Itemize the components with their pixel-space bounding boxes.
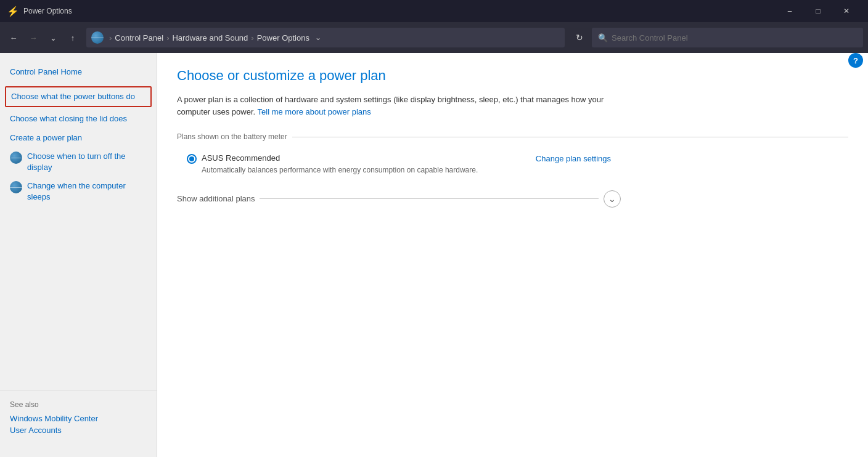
see-also-windows-mobility[interactable]: Windows Mobility Center: [10, 414, 147, 423]
sidebar: Control Panel Home Choose what the power…: [0, 53, 157, 457]
show-additional-row: Show additional plans ⌄: [177, 190, 621, 208]
sidebar-nav: Control Panel Home Choose what the power…: [0, 63, 157, 380]
window-title: Power Options: [23, 7, 776, 15]
show-additional-label: Show additional plans: [177, 194, 255, 203]
plan-name: ASUS Recommended: [202, 153, 536, 163]
breadcrumb-bar: › Control Panel › Hardware and Sound › P…: [86, 28, 565, 47]
close-button[interactable]: ✕: [832, 0, 861, 22]
minimize-button[interactable]: –: [776, 0, 804, 22]
forward-button[interactable]: →: [25, 29, 42, 46]
sidebar-item-create-plan[interactable]: Create a power plan: [0, 129, 157, 147]
search-bar[interactable]: 🔍: [592, 28, 863, 47]
cp-icon: [91, 31, 104, 44]
title-bar: ⚡ Power Options – □ ✕: [0, 0, 868, 22]
plan-radio[interactable]: [187, 154, 197, 164]
sidebar-item-display[interactable]: Choose when to turn off the display: [0, 147, 157, 177]
search-icon: 🔍: [598, 33, 608, 42]
breadcrumb-power-options[interactable]: Power Options: [257, 33, 309, 42]
display-icon: [10, 152, 22, 164]
breadcrumb-dropdown-button[interactable]: ⌄: [309, 28, 327, 47]
help-button[interactable]: ?: [848, 53, 863, 68]
radio-inner: [189, 156, 194, 161]
expand-button[interactable]: ⌄: [604, 190, 621, 208]
window-controls: – □ ✕: [776, 0, 861, 22]
section-header: Plans shown on the battery meter: [177, 132, 848, 141]
content-area: Choose or customize a power plan A power…: [157, 53, 868, 457]
see-also-label: See also: [10, 400, 147, 409]
plan-row: ASUS Recommended Automatically balances …: [177, 148, 621, 180]
plan-left: ASUS Recommended Automatically balances …: [187, 153, 536, 176]
up-button[interactable]: ↑: [64, 29, 81, 46]
section-divider: [292, 137, 848, 137]
change-plan-link[interactable]: Change plan settings: [536, 154, 611, 163]
description-text: A power plan is a collection of hardware…: [177, 95, 604, 116]
description: A power plan is a collection of hardware…: [177, 94, 621, 118]
sleep-icon: [10, 181, 22, 193]
see-also-user-accounts[interactable]: User Accounts: [10, 426, 147, 435]
search-input[interactable]: [612, 33, 857, 42]
down-arrow-button[interactable]: ⌄: [44, 29, 62, 46]
sidebar-item-power-buttons[interactable]: Choose what the power buttons do: [5, 86, 152, 107]
sidebar-item-sleep[interactable]: Change when the computer sleeps: [0, 177, 157, 206]
maximize-button[interactable]: □: [804, 0, 832, 22]
sidebar-footer: See also Windows Mobility Center User Ac…: [0, 390, 157, 447]
expand-line: [260, 198, 599, 199]
page-title: Choose or customize a power plan: [177, 68, 848, 84]
address-bar: ← → ⌄ ↑ › Control Panel › Hardware and S…: [0, 22, 868, 53]
breadcrumb-hardware-sound[interactable]: Hardware and Sound: [172, 33, 248, 42]
sidebar-item-display-label: Choose when to turn off the display: [27, 151, 147, 173]
sidebar-item-sleep-label: Change when the computer sleeps: [27, 180, 147, 203]
section-label: Plans shown on the battery meter: [177, 132, 287, 141]
sidebar-item-lid[interactable]: Choose what closing the lid does: [0, 110, 157, 128]
refresh-button[interactable]: ↻: [570, 28, 589, 47]
breadcrumb-control-panel[interactable]: Control Panel: [115, 33, 163, 42]
learn-more-link[interactable]: Tell me more about power plans: [258, 107, 371, 116]
plan-info: ASUS Recommended Automatically balances …: [202, 153, 536, 176]
main-container: Control Panel Home Choose what the power…: [0, 53, 868, 457]
sidebar-item-power-buttons-label: Choose what the power buttons do: [11, 92, 135, 101]
plan-description: Automatically balances performance with …: [202, 165, 536, 176]
back-button[interactable]: ←: [5, 29, 22, 46]
sidebar-home[interactable]: Control Panel Home: [0, 63, 157, 81]
app-icon: ⚡: [7, 6, 18, 17]
